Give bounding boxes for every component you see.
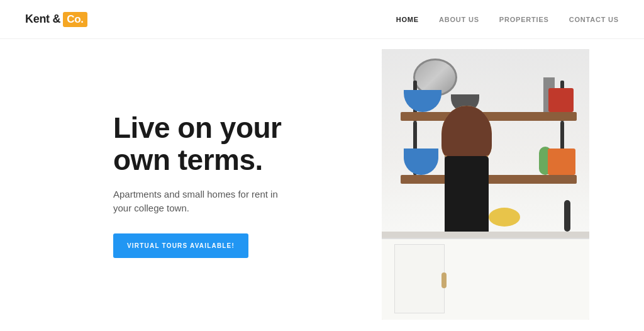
header: Kent & Co. HOME ABOUT US PROPERTIES CONT… — [0, 0, 644, 39]
cabinet — [382, 238, 589, 320]
pot — [548, 88, 574, 112]
kitchen-background — [382, 49, 589, 320]
main-nav: HOME ABOUT US PROPERTIES CONTACT US — [396, 16, 619, 23]
nav-item-home[interactable]: HOME — [396, 16, 419, 23]
hero-title: Live on your own terms. — [113, 112, 289, 176]
hero-image-container — [327, 39, 644, 331]
kitchen-counter — [382, 232, 589, 320]
cta-button[interactable]: VIRTUAL TOURS AVAILABLE! — [113, 233, 248, 258]
hero-subtitle: Apartments and small homes for rent in y… — [113, 188, 289, 216]
logo[interactable]: Kent & Co. — [25, 12, 87, 27]
logo-text: Kent & — [25, 13, 60, 26]
logo-badge: Co. — [63, 12, 87, 27]
hero-section: Live on your own terms. Apartments and s… — [0, 112, 327, 257]
person-hair — [441, 106, 492, 156]
cabinet-door — [394, 244, 445, 313]
nav-item-contact[interactable]: CONTACT US — [569, 16, 619, 23]
nav-item-about[interactable]: ABOUT US — [439, 16, 479, 23]
faucet — [564, 200, 570, 232]
nav-item-properties[interactable]: PROPERTIES — [499, 16, 549, 23]
person-body — [445, 156, 489, 232]
cabinet-handle — [441, 272, 447, 288]
hero-image — [382, 49, 589, 320]
pot — [548, 149, 575, 175]
person-head — [441, 106, 492, 162]
main-content: Live on your own terms. Apartments and s… — [0, 39, 644, 331]
fruit-bowl — [489, 208, 520, 227]
